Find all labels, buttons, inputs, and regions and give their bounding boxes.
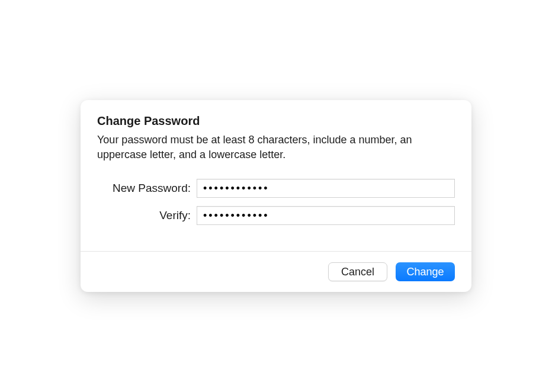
verify-password-row: Verify:	[97, 206, 455, 225]
verify-password-input[interactable]	[197, 206, 455, 225]
new-password-input[interactable]	[197, 179, 455, 198]
dialog-description: Your password must be at least 8 charact…	[97, 133, 455, 162]
new-password-label: New Password:	[97, 182, 197, 195]
change-password-dialog: Change Password Your password must be at…	[81, 100, 471, 292]
dialog-title: Change Password	[97, 114, 455, 128]
new-password-row: New Password:	[97, 179, 455, 198]
dialog-body: Change Password Your password must be at…	[81, 100, 471, 251]
dialog-footer: Cancel Change	[81, 251, 471, 292]
verify-password-label: Verify:	[97, 209, 197, 222]
change-button[interactable]: Change	[396, 262, 455, 281]
cancel-button[interactable]: Cancel	[328, 262, 387, 281]
